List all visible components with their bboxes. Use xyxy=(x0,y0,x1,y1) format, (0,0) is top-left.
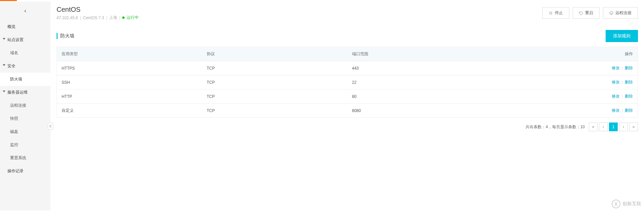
nav-disk[interactable]: 磁盘 xyxy=(0,125,50,138)
meta-separator: | xyxy=(119,15,120,20)
nav-monitor[interactable]: 监控 xyxy=(0,138,50,151)
section-title: 防火墙 xyxy=(57,33,606,39)
edit-link[interactable]: 修改 xyxy=(612,94,620,99)
nav-remote-connect[interactable]: 远程连接 xyxy=(0,99,50,112)
remote-icon xyxy=(609,11,613,15)
caret-down-icon xyxy=(3,64,5,66)
nav-group-label: 安全 xyxy=(7,64,15,68)
pagination-summary: 共有条数：4，每页显示条数：10 xyxy=(526,124,585,130)
watermark-text: 创新互联 xyxy=(622,201,641,207)
nav-operation-log[interactable]: 操作记录 xyxy=(0,165,50,178)
edit-link[interactable]: 修改 xyxy=(612,80,620,84)
page-first-button[interactable]: « xyxy=(589,122,598,131)
col-protocol: 协议 xyxy=(202,47,347,61)
section-header: 防火墙 添加规则 xyxy=(57,30,638,42)
action-separator: | xyxy=(622,66,623,70)
chevron-left-icon xyxy=(23,9,28,13)
page-prev-button[interactable]: ‹ xyxy=(599,122,608,131)
nav-overview[interactable]: 概览 xyxy=(0,20,50,33)
pagination-row: 共有条数：4，每页显示条数：10 « ‹ 1 › » xyxy=(57,122,638,131)
nav-group-label: 服务器运维 xyxy=(7,90,28,95)
page-header: CentOS 47.102.45.6 | CentOS 7.3 | 上海 | 运… xyxy=(57,6,638,21)
cell-app-type: SSH xyxy=(57,75,202,90)
sidebar: 概览 站点设置 域名 安全 防火墙 服务器运维 远程连接 快照 磁盘 监控 重置… xyxy=(0,2,50,210)
nav-firewall[interactable]: 防火墙 xyxy=(0,73,50,86)
stop-button[interactable]: 停止 xyxy=(542,7,569,19)
meta-separator: | xyxy=(106,15,107,20)
cell-actions: 修改|删除 xyxy=(551,75,638,90)
svg-rect-3 xyxy=(550,12,552,14)
action-separator: | xyxy=(622,94,623,99)
table-header-row: 应用类型 协议 端口范围 操作 xyxy=(57,47,638,61)
delete-link[interactable]: 删除 xyxy=(625,108,633,113)
nav-group-security[interactable]: 安全 xyxy=(0,60,50,73)
collapse-icon xyxy=(49,125,52,128)
cell-protocol: TCP xyxy=(202,61,347,75)
delete-link[interactable]: 删除 xyxy=(625,80,633,84)
stop-icon xyxy=(549,11,553,15)
cell-app-type: HTTP xyxy=(57,90,202,104)
remote-connect-button[interactable]: 远程连接 xyxy=(603,7,638,19)
cell-port-range: 80 xyxy=(347,90,551,104)
cell-actions: 修改|删除 xyxy=(551,104,638,118)
cell-app-type: HTTPS xyxy=(57,61,202,75)
restart-button[interactable]: 重启 xyxy=(573,7,600,19)
page-1-button[interactable]: 1 xyxy=(609,122,618,131)
table-row: 自定义TCP8080修改|删除 xyxy=(57,104,638,118)
col-port-range: 端口范围 xyxy=(347,47,551,61)
server-ip: 47.102.45.6 xyxy=(57,15,78,20)
delete-link[interactable]: 删除 xyxy=(625,66,633,70)
page-last-button[interactable]: » xyxy=(629,122,638,131)
nav-group-label: 站点设置 xyxy=(7,37,24,42)
cell-port-range: 443 xyxy=(347,61,551,75)
svg-rect-4 xyxy=(610,12,613,14)
nav-snapshot[interactable]: 快照 xyxy=(0,112,50,125)
nav-reset-system[interactable]: 重置系统 xyxy=(0,151,50,165)
nav-group-site-settings[interactable]: 站点设置 xyxy=(0,33,50,46)
button-label: 停止 xyxy=(555,10,563,16)
server-status: 运行中 xyxy=(127,15,139,21)
nav-group-server-ops[interactable]: 服务器运维 xyxy=(0,86,50,99)
cell-port-range: 8080 xyxy=(347,104,551,118)
watermark-logo-icon: X xyxy=(612,200,620,208)
server-name: CentOS xyxy=(57,6,542,13)
watermark: X 创新互联 xyxy=(612,200,641,208)
cell-port-range: 22 xyxy=(347,75,551,90)
action-separator: | xyxy=(622,80,623,84)
sidebar-collapse-handle[interactable] xyxy=(48,123,53,130)
server-meta: 47.102.45.6 | CentOS 7.3 | 上海 | 运行中 xyxy=(57,15,542,21)
status-dot-icon xyxy=(122,16,125,19)
action-separator: | xyxy=(622,108,623,113)
cell-actions: 修改|删除 xyxy=(551,90,638,104)
edit-link[interactable]: 修改 xyxy=(612,66,620,70)
top-accent-bar xyxy=(0,0,644,2)
table-row: HTTPSTCP443修改|删除 xyxy=(57,61,638,75)
restart-icon xyxy=(579,11,583,15)
col-action: 操作 xyxy=(551,47,638,61)
pagination: « ‹ 1 › » xyxy=(589,122,638,131)
cell-app-type: 自定义 xyxy=(57,104,202,118)
nav-domain[interactable]: 域名 xyxy=(0,46,50,60)
cell-protocol: TCP xyxy=(202,104,347,118)
cell-protocol: TCP xyxy=(202,90,347,104)
server-os: CentOS 7.3 xyxy=(83,15,104,20)
edit-link[interactable]: 修改 xyxy=(612,108,620,113)
main-content: CentOS 47.102.45.6 | CentOS 7.3 | 上海 | 运… xyxy=(50,2,644,210)
cell-actions: 修改|删除 xyxy=(551,61,638,75)
meta-separator: | xyxy=(80,15,81,20)
back-button[interactable] xyxy=(0,2,50,20)
button-label: 远程连接 xyxy=(615,10,632,16)
server-region: 上海 xyxy=(109,15,117,21)
table-row: HTTPTCP80修改|删除 xyxy=(57,90,638,104)
add-rule-button[interactable]: 添加规则 xyxy=(606,30,638,42)
page-next-button[interactable]: › xyxy=(619,122,628,131)
firewall-rules-table: 应用类型 协议 端口范围 操作 HTTPSTCP443修改|删除SSHTCP22… xyxy=(57,47,638,118)
caret-down-icon xyxy=(3,91,5,92)
cell-protocol: TCP xyxy=(202,75,347,90)
active-tab-indicator xyxy=(0,0,17,1)
button-label: 重启 xyxy=(585,10,593,16)
delete-link[interactable]: 删除 xyxy=(625,94,633,99)
caret-down-icon xyxy=(3,38,5,40)
col-app-type: 应用类型 xyxy=(57,47,202,61)
table-row: SSHTCP22修改|删除 xyxy=(57,75,638,90)
